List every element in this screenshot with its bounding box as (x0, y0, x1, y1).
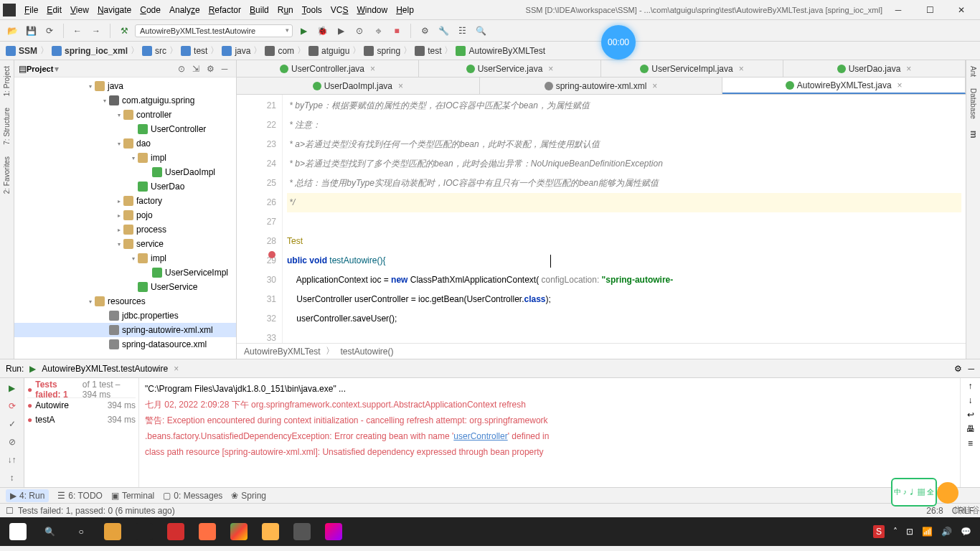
menu-tools[interactable]: Tools (298, 5, 326, 15)
run-gear-icon[interactable]: ⚙ (954, 364, 962, 374)
vcs-icon[interactable]: ⚙ (417, 23, 433, 39)
scroll-down-icon[interactable]: ↓ (969, 395, 973, 405)
test-item[interactable]: ●testA394 ms (27, 413, 136, 427)
tree-node[interactable]: UserServiceImpl (14, 265, 236, 280)
tray-notif-icon[interactable]: 💬 (961, 527, 971, 537)
breakpoint-icon[interactable] (268, 251, 275, 258)
forward-icon[interactable]: → (88, 23, 104, 39)
stop-run-icon[interactable]: ⊘ (5, 435, 19, 448)
collapse-icon[interactable]: ⇲ (189, 62, 203, 76)
menu-view[interactable]: View (66, 5, 93, 15)
menu-edit[interactable]: Edit (42, 5, 66, 15)
tree-node[interactable]: ▾impl (14, 151, 236, 165)
editor-tab[interactable]: UserDaoImpl.java× (237, 77, 480, 94)
search-icon[interactable]: 🔍 (473, 23, 489, 39)
structure-tool-button[interactable]: 7: Structure (3, 105, 11, 148)
rerun-icon[interactable]: ▶ (5, 381, 19, 395)
gear-icon[interactable]: ⚙ (203, 62, 217, 76)
back-icon[interactable]: ← (70, 23, 85, 39)
tree-node[interactable]: ▾resources (14, 294, 236, 309)
database-tool-button[interactable]: Database (969, 85, 977, 122)
tree-node[interactable]: UserDaoImpl (14, 165, 236, 179)
code-editor[interactable]: * byType：根据要赋值的属性的类型，在IOC容器中匹配某个bean，为属性… (283, 95, 966, 343)
start-button[interactable] (3, 517, 33, 546)
expand-icon[interactable]: ↕ (5, 471, 19, 484)
menu-run[interactable]: Run (273, 5, 298, 15)
open-icon[interactable]: 📂 (4, 23, 20, 39)
tray-net-icon[interactable]: ⊡ (906, 527, 913, 537)
maximize-button[interactable]: ☐ (914, 0, 946, 20)
tree-node[interactable]: spring-autowire-xml.xml (14, 323, 236, 337)
bottom-terminal[interactable]: ▣ Terminal (111, 491, 154, 501)
favorites-tool-button[interactable]: 2: Favorites (3, 154, 11, 197)
bottom-run[interactable]: ▶ 4: Run (6, 489, 49, 502)
tree-node[interactable]: UserDao (14, 179, 236, 194)
tree-node[interactable]: jdbc.properties (14, 309, 236, 323)
tree-node[interactable]: UserController (14, 122, 236, 136)
timer-widget[interactable]: 00:00 (601, 25, 636, 60)
tree-node[interactable]: ▾impl (14, 251, 236, 265)
tray-ime-icon[interactable]: S (873, 525, 885, 538)
settings-icon[interactable]: 🔧 (435, 23, 451, 39)
debug-icon[interactable]: 🐞 (314, 23, 330, 39)
stop-icon[interactable]: ■ (389, 23, 405, 39)
app-4-icon[interactable] (287, 517, 317, 546)
tree-node[interactable]: ▾com.atguigu.spring (14, 93, 236, 108)
rerun-failed-icon[interactable]: ⟳ (5, 399, 19, 413)
tree-node[interactable]: spring-datasource.xml (14, 337, 236, 352)
menu-help[interactable]: Help (392, 5, 418, 15)
app-3-icon[interactable] (161, 517, 191, 546)
chrome-icon[interactable] (224, 517, 254, 546)
tree-node[interactable]: UserService (14, 280, 236, 294)
tree-node[interactable]: ▸process (14, 222, 236, 237)
minimize-button[interactable]: ─ (882, 0, 914, 20)
toggle-auto-icon[interactable]: ✓ (5, 417, 19, 430)
app-2-icon[interactable] (129, 517, 159, 546)
explorer-icon[interactable] (255, 517, 286, 546)
editor-tab[interactable]: UserServiceImpl.java× (601, 60, 783, 77)
editor-tab[interactable]: spring-autowire-xml.xml× (480, 77, 723, 94)
menu-window[interactable]: Window (352, 5, 392, 15)
run-config-select[interactable]: AutowireByXMLTest.testAutowire (135, 24, 293, 37)
ant-tool-button[interactable]: Ant (969, 63, 977, 80)
firefox-icon[interactable] (192, 517, 222, 546)
run-hide-icon[interactable]: ─ (968, 364, 974, 374)
tree-node[interactable]: ▾java (14, 79, 236, 93)
tree-node[interactable]: ▾controller (14, 108, 236, 122)
menu-file[interactable]: File (20, 5, 42, 15)
editor-tab[interactable]: UserService.java× (419, 60, 601, 77)
tray-wifi-icon[interactable]: 📶 (922, 527, 933, 537)
bottom-todo[interactable]: ☰ 6: TODO (57, 491, 103, 501)
code-crumb-class[interactable]: AutowireByXMLTest (244, 347, 320, 357)
project-tool-button[interactable]: 1: Project (3, 63, 11, 99)
menu-vcs[interactable]: VCS (326, 5, 353, 15)
hide-icon[interactable]: ─ (217, 62, 232, 76)
menu-analyze[interactable]: Analyze (165, 5, 204, 15)
locate-icon[interactable]: ⊙ (174, 62, 189, 76)
sort-icon[interactable]: ↓↑ (5, 453, 19, 466)
clear-icon[interactable]: ≡ (968, 438, 973, 448)
cortana-icon[interactable]: ○ (66, 517, 96, 546)
editor-tab[interactable]: UserController.java× (237, 60, 419, 77)
maven-tool-button[interactable]: m (969, 128, 979, 141)
app-1-icon[interactable] (98, 517, 128, 546)
menu-navigate[interactable]: Navigate (93, 5, 136, 15)
menu-code[interactable]: Code (136, 5, 165, 15)
search-task-icon[interactable]: 🔍 (34, 517, 65, 546)
ime-indicator[interactable]: 中 ♪ ♩ ▦ 全 (891, 478, 937, 507)
code-crumb-method[interactable]: testAutowire() (340, 347, 393, 357)
editor-tab[interactable]: AutowireByXMLTest.java× (722, 77, 966, 94)
soft-wrap-icon[interactable]: ↩ (967, 410, 974, 420)
coverage-icon[interactable]: ▶ (333, 23, 349, 39)
sync-icon[interactable]: ⟳ (42, 23, 57, 39)
tray-up-icon[interactable]: ˄ (893, 527, 897, 537)
menu-build[interactable]: Build (245, 5, 273, 15)
menu-refactor[interactable]: Refactor (204, 5, 245, 15)
close-button[interactable]: ✕ (946, 0, 977, 20)
structure-icon[interactable]: ☷ (454, 23, 470, 39)
tray-vol-icon[interactable]: 🔊 (941, 527, 952, 537)
tree-node[interactable]: ▾dao (14, 136, 236, 151)
editor-tab[interactable]: UserDao.java× (783, 60, 966, 77)
tree-node[interactable]: ▸factory (14, 194, 236, 208)
test-item[interactable]: ●Autowire394 ms (27, 398, 136, 413)
